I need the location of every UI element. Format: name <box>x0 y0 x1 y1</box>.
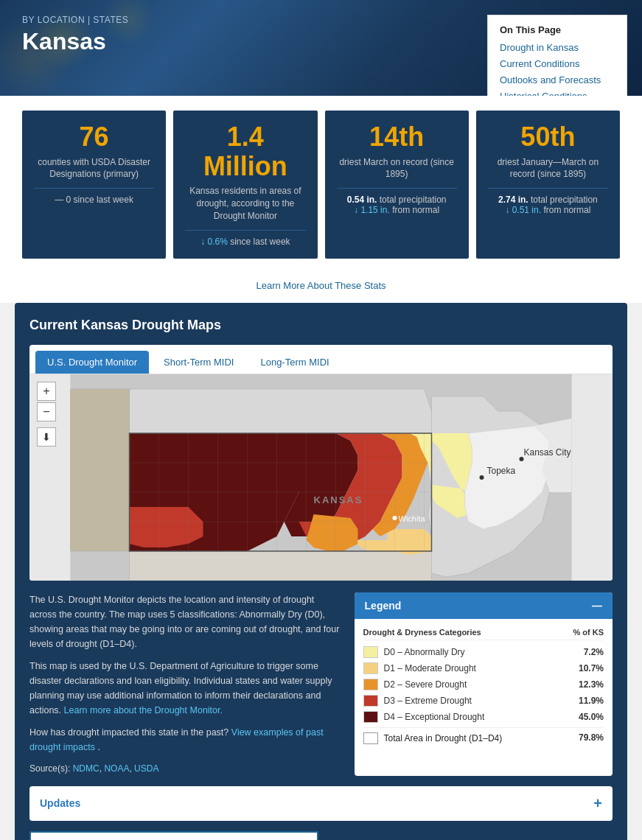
svg-text:KANSAS: KANSAS <box>314 494 363 505</box>
stat-sub2-50th: ↓ 0.51 in. <box>505 205 541 215</box>
legend-col-pct: % of KS <box>573 628 604 637</box>
legend-swatch-d3 <box>363 695 378 707</box>
legend-row-d1: D1 – Moderate Drought 10.7% <box>363 662 604 674</box>
stat-number-50th: 50th <box>488 122 608 152</box>
on-this-page-link-3[interactable]: Outlooks and Forecasts <box>500 72 615 88</box>
legend-body: Drought & Dryness Categories % of KS D0 … <box>355 619 613 753</box>
legend-row-d3: D3 – Extreme Drought 11.9% <box>363 695 604 707</box>
svg-point-23 <box>393 516 397 520</box>
updates-expand-button[interactable]: + <box>593 795 602 812</box>
source-noaa-link[interactable]: NOAA <box>104 763 129 774</box>
updates-title: Updates <box>40 797 80 809</box>
learn-more-stats-link[interactable]: Learn More About These Stats <box>256 280 385 291</box>
tab-long-term-midi[interactable]: Long-Term MIDI <box>248 351 341 374</box>
stat-label-50th: driest January—March on record (since 18… <box>488 156 608 181</box>
stat-change-50th: 2.74 in. total precipitation ↓ 0.51 in. … <box>488 188 608 215</box>
map-controls: + − ⬇ <box>37 382 56 447</box>
legend-pct-d1: 10.7% <box>579 663 604 673</box>
legend-header: Legend — <box>355 592 613 619</box>
svg-text:Wichita: Wichita <box>399 514 426 523</box>
legend-swatch-d1 <box>363 662 378 674</box>
svg-text:Topeka: Topeka <box>487 466 516 476</box>
legend-columns: Drought & Dryness Categories % of KS <box>363 628 604 640</box>
on-this-page-link-4[interactable]: Historical Conditions <box>500 88 615 96</box>
legend-col-category: Drought & Dryness Categories <box>363 628 481 637</box>
tab-short-term-midi[interactable]: Short-Term MIDI <box>152 351 245 374</box>
legend-swatch-d0 <box>363 646 378 658</box>
view-county-maps-button[interactable]: VIEW COUNTY MAPS ▾ <box>29 831 318 840</box>
source-ndmc-link[interactable]: NDMC <box>73 763 100 774</box>
map-description: The U.S. Drought Monitor depicts the loc… <box>29 592 340 776</box>
legend-collapse-icon[interactable]: — <box>592 600 602 612</box>
learn-more-button[interactable]: LEARN MORE <box>327 831 613 840</box>
stat-sub2-14th: ↓ 1.15 in. <box>354 205 390 215</box>
on-this-page-link-2[interactable]: Current Conditions <box>500 56 615 72</box>
drought-map: + − ⬇ <box>29 374 613 581</box>
svg-point-22 <box>520 457 524 461</box>
svg-text:Kansas City: Kansas City <box>524 447 571 458</box>
tab-drought-monitor[interactable]: U.S. Drought Monitor <box>35 351 149 374</box>
map-download-button[interactable]: ⬇ <box>37 427 56 447</box>
page-header: BY LOCATION | STATES Kansas On This Page… <box>0 0 642 96</box>
map-tabs: U.S. Drought Monitor Short-Term MIDI Lon… <box>29 345 613 374</box>
legend-pct-d0: 7.2% <box>584 647 604 657</box>
stat-change-pct-residents: 0.6% <box>208 237 228 247</box>
map-section-title: Current Kansas Drought Maps <box>29 318 613 333</box>
svg-point-21 <box>480 475 484 480</box>
legend-label-d1: D1 – Moderate Drought <box>384 663 579 673</box>
on-this-page-link-1[interactable]: Drought in Kansas <box>500 40 615 56</box>
on-this-page-title: On This Page <box>500 24 615 35</box>
legend-total-pct: 79.8% <box>579 732 604 744</box>
map-desc-p2: This map is used by the U.S. Department … <box>29 659 340 718</box>
past-impacts-p: How has drought impacted this state in t… <box>29 725 340 755</box>
source-usda-link[interactable]: USDA <box>134 763 158 774</box>
legend-row-d2: D2 – Severe Drought 12.3% <box>363 679 604 690</box>
stat-label-14th: driest March on record (since 1895) <box>337 156 457 181</box>
stat-card-14th: 14th driest March on record (since 1895)… <box>325 111 469 259</box>
stat-card-50th: 50th driest January—March on record (sin… <box>476 111 620 259</box>
stat-card-residents: 1.4 Million Kansas residents in areas of… <box>173 111 317 259</box>
legend-swatch-d4 <box>363 711 378 723</box>
footer-buttons: VIEW COUNTY MAPS ▾ LEARN MORE <box>29 831 613 840</box>
stat-card-counties: 76 counties with USDA Disaster Designati… <box>22 111 166 259</box>
stat-number-residents: 1.4 Million <box>185 122 305 181</box>
stat-change-counties: — 0 since last week <box>34 188 154 205</box>
legend-pct-d2: 12.3% <box>579 679 604 690</box>
stat-change-value-counties: 0 since last week <box>66 195 133 205</box>
stat-number-counties: 76 <box>34 122 154 152</box>
stat-sub1-14th: 0.54 in. <box>347 195 377 205</box>
source-links: Source(s): NDMC, NOAA, USDA <box>29 762 340 776</box>
legend-label-d2: D2 – Severe Drought <box>384 679 579 690</box>
learn-monitor-link[interactable]: Learn more about the Drought Monitor. <box>64 705 223 715</box>
stat-change-arrow-residents: ↓ <box>200 237 205 247</box>
legend-row-d0: D0 – Abnormally Dry 7.2% <box>363 646 604 658</box>
map-bottom-area: The U.S. Drought Monitor depicts the loc… <box>29 581 613 776</box>
map-desc-p1: The U.S. Drought Monitor depicts the loc… <box>29 592 340 651</box>
legend-total-label: Total Area in Drought (D1–D4) <box>363 732 503 744</box>
stat-change-14th: 0.54 in. total precipitation ↓ 1.15 in. … <box>337 188 457 215</box>
legend-label-d4: D4 – Exceptional Drought <box>384 712 579 722</box>
stat-number-14th: 14th <box>337 122 457 152</box>
updates-panel: Updates + <box>29 786 613 821</box>
legend-pct-d3: 11.9% <box>579 696 604 706</box>
legend-label-d0: D0 – Abnormally Dry <box>384 647 584 657</box>
legend-total-swatch <box>363 732 378 744</box>
legend-row-d4: D4 – Exceptional Drought 45.0% <box>363 711 604 723</box>
stat-change-residents: ↓ 0.6% since last week <box>185 230 305 247</box>
stat-label-residents: Kansas residents in areas of drought, ac… <box>185 185 305 222</box>
legend-panel: Legend — Drought & Dryness Categories % … <box>355 592 613 776</box>
on-this-page-box: On This Page Drought in Kansas Current C… <box>487 15 627 96</box>
legend-label-d3: D3 – Extreme Drought <box>384 696 579 706</box>
legend-title: Legend <box>365 600 402 612</box>
stat-change-arrow-counties: — <box>55 195 63 205</box>
stat-change-suffix-residents: since last week <box>230 237 290 247</box>
drought-map-svg: Topeka Kansas City KANSAS Wichita <box>29 374 613 581</box>
stats-row: 76 counties with USDA Disaster Designati… <box>0 96 642 273</box>
map-zoom-in-button[interactable]: + <box>37 382 56 401</box>
map-tabs-container: U.S. Drought Monitor Short-Term MIDI Lon… <box>29 345 613 581</box>
legend-swatch-d2 <box>363 679 378 690</box>
stat-sub1-50th: 2.74 in. <box>498 195 528 205</box>
legend-total-row: Total Area in Drought (D1–D4) 79.8% <box>363 727 604 744</box>
map-zoom-out-button[interactable]: − <box>37 402 56 421</box>
main-drought-section: Current Kansas Drought Maps U.S. Drought… <box>15 303 627 840</box>
